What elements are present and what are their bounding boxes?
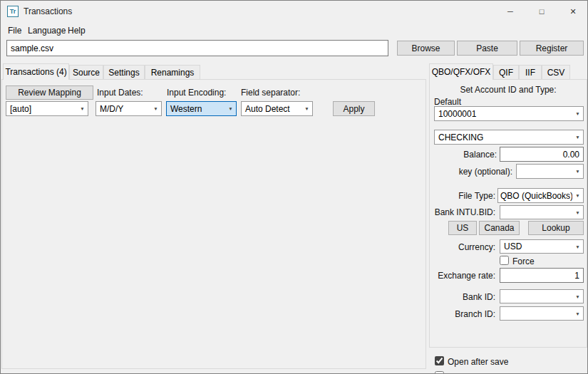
tab-qif[interactable]: QIF bbox=[493, 65, 519, 80]
force-label: Force bbox=[512, 256, 535, 266]
us-button[interactable]: US bbox=[448, 221, 477, 235]
transactions-page bbox=[1, 79, 426, 369]
tab-settings[interactable]: Settings bbox=[103, 65, 145, 80]
menu-language[interactable]: Language bbox=[24, 24, 69, 37]
exchange-rate-label: Exchange rate: bbox=[398, 271, 495, 281]
exchange-rate-input[interactable] bbox=[500, 268, 584, 283]
open-after-save-checkbox[interactable] bbox=[435, 356, 444, 365]
filename-input[interactable] bbox=[6, 40, 388, 56]
chevron-down-icon: ▼ bbox=[150, 102, 161, 115]
chevron-down-icon: ▼ bbox=[572, 307, 583, 320]
account-id-combo[interactable]: 10000001 ▼ bbox=[434, 106, 584, 121]
file-type-label: File Type: bbox=[398, 191, 495, 201]
chevron-down-icon: ▼ bbox=[77, 102, 88, 115]
bank-intu-bid-combo[interactable]: ▼ bbox=[500, 205, 584, 219]
force-checkbox[interactable] bbox=[500, 256, 509, 265]
menu-help[interactable]: Help bbox=[64, 24, 89, 37]
bank-id-combo[interactable]: ▼ bbox=[500, 289, 584, 303]
currency-label: Currency: bbox=[398, 242, 495, 252]
chevron-down-icon: ▼ bbox=[572, 189, 583, 202]
tab-iif[interactable]: IIF bbox=[519, 65, 542, 80]
tab-renamings[interactable]: Renamings bbox=[145, 65, 200, 80]
lookup-button[interactable]: Lookup bbox=[528, 221, 584, 235]
apply-button[interactable]: Apply bbox=[333, 101, 375, 116]
chevron-down-icon: ▼ bbox=[572, 290, 583, 303]
minimize-button[interactable]: ─ bbox=[495, 1, 526, 22]
mapping-combo[interactable]: [auto] ▼ bbox=[6, 101, 88, 116]
bank-id-label: Bank ID: bbox=[398, 292, 495, 302]
date-format-combo[interactable]: M/D/Y ▼ bbox=[96, 101, 162, 116]
close-button[interactable]: ✕ bbox=[557, 1, 588, 22]
tab-source[interactable]: Source bbox=[69, 65, 103, 80]
browse-button[interactable]: Browse bbox=[397, 41, 455, 56]
bank-intu-bid-label: Bank INTU.BID: bbox=[398, 207, 495, 217]
chevron-down-icon: ▼ bbox=[572, 240, 583, 253]
balance-input[interactable] bbox=[500, 147, 584, 162]
encoding-combo[interactable]: Western ▼ bbox=[166, 101, 237, 116]
account-section-title: Set Account ID and Type: bbox=[429, 85, 587, 95]
open-after-save-label: Open after save bbox=[448, 357, 508, 367]
menu-file[interactable]: File bbox=[4, 24, 25, 37]
tab-qbo-qfx-ofx[interactable]: QBO/QFX/OFX bbox=[429, 63, 493, 80]
chevron-down-icon: ▼ bbox=[572, 206, 583, 219]
partial-checkbox[interactable] bbox=[435, 371, 444, 374]
chevron-down-icon: ▼ bbox=[572, 130, 583, 144]
tab-transactions[interactable]: Transactions (4) bbox=[3, 63, 69, 80]
file-type-combo[interactable]: QBO (QuickBooks) ▼ bbox=[497, 188, 584, 203]
tab-csv[interactable]: CSV bbox=[542, 65, 570, 80]
menubar: File Language Help bbox=[1, 22, 587, 37]
register-button[interactable]: Register bbox=[520, 41, 584, 56]
default-label: Default bbox=[434, 97, 461, 107]
account-type-combo[interactable]: CHECKING ▼ bbox=[434, 130, 584, 145]
key-combo[interactable]: ▼ bbox=[516, 164, 584, 179]
maximize-button[interactable]: □ bbox=[526, 1, 557, 22]
chevron-down-icon: ▼ bbox=[225, 102, 236, 115]
chevron-down-icon: ▼ bbox=[572, 165, 583, 178]
titlebar[interactable]: Tr Transactions ─ □ ✕ bbox=[1, 1, 587, 22]
review-mapping-button[interactable]: Review Mapping bbox=[6, 85, 93, 100]
field-separator-label: Field separator: bbox=[241, 88, 300, 98]
balance-label: Balance: bbox=[400, 150, 497, 160]
canada-button[interactable]: Canada bbox=[479, 221, 520, 235]
window-title: Transactions bbox=[24, 6, 72, 16]
input-dates-label: Input Dates: bbox=[97, 88, 143, 98]
branch-id-combo[interactable]: ▼ bbox=[500, 306, 584, 321]
chevron-down-icon: ▼ bbox=[301, 102, 312, 115]
app-icon: Tr bbox=[7, 6, 19, 17]
branch-id-label: Branch ID: bbox=[398, 309, 495, 319]
app-window: Tr Transactions ─ □ ✕ File Language Help… bbox=[0, 0, 588, 374]
input-encoding-label: Input Encoding: bbox=[167, 88, 226, 98]
currency-combo[interactable]: USD ▼ bbox=[500, 239, 584, 254]
chevron-down-icon: ▼ bbox=[572, 107, 583, 120]
separator-combo[interactable]: Auto Detect ▼ bbox=[241, 101, 313, 116]
paste-button[interactable]: Paste bbox=[457, 41, 517, 56]
key-label: key (optional): bbox=[400, 167, 512, 177]
